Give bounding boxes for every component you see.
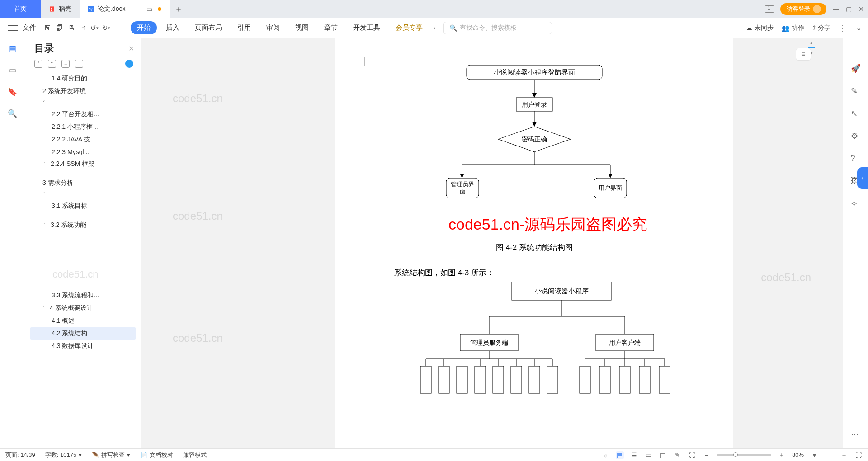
outline-item[interactable]: 1.4 研究目的	[30, 72, 136, 85]
qat-save-icon[interactable]: 🖫	[42, 23, 52, 33]
menu-tab-dev[interactable]: 开发工具	[347, 21, 387, 34]
outline-item[interactable]: 4.3 数据库设计	[30, 340, 136, 353]
zoom-out-icon[interactable]: −	[703, 451, 711, 459]
view-web-icon[interactable]: ◫	[659, 451, 667, 459]
menu-more-icon[interactable]: ›	[434, 24, 435, 31]
cursor-icon[interactable]: ↖	[851, 108, 861, 118]
view-read-icon[interactable]: ▭	[645, 451, 653, 459]
brightness-icon[interactable]: ☼	[601, 451, 609, 459]
outline-item[interactable]: 3.3 系统流程和...	[30, 289, 136, 302]
outline-item[interactable]: 3.1 系统目标	[30, 200, 136, 212]
menu-tab-start[interactable]: 开始	[131, 21, 157, 34]
menu-tab-insert[interactable]: 插入	[160, 21, 186, 34]
collapse-all-icon[interactable]: ˅	[34, 60, 42, 68]
svg-rect-56	[529, 366, 540, 393]
tab-document[interactable]: W 论文.docx ▭	[80, 0, 170, 18]
bookmark-icon[interactable]: 🔖	[8, 87, 18, 97]
daoqiao-icon	[49, 6, 55, 12]
spell-check[interactable]: 🪶 拼写检查 ▾	[92, 451, 130, 459]
side-flyout-handle[interactable]: ‹	[857, 167, 868, 189]
view-page-icon[interactable]: ▤	[616, 451, 624, 459]
outline-item[interactable]: 3 需求分析	[30, 177, 136, 189]
zoom-fit-icon[interactable]: ⛶	[688, 451, 696, 459]
remove-node-icon[interactable]: −	[75, 60, 83, 68]
command-search[interactable]: 🔍 查找命令、搜索模板	[443, 22, 552, 34]
tab-home[interactable]: 首页	[0, 0, 41, 18]
collapse-ribbon-icon[interactable]: ⌄	[856, 24, 862, 32]
add-pane-icon[interactable]: ＋	[840, 451, 848, 459]
tab-daoqiao[interactable]: 稻壳	[41, 0, 80, 18]
compat-mode[interactable]: 兼容模式	[183, 451, 207, 459]
outline-item[interactable]: 2.2.2 JAVA 技...	[30, 133, 136, 146]
svg-marker-17	[608, 174, 613, 178]
maximize-icon[interactable]: ▢	[845, 6, 852, 12]
help-icon[interactable]: ?	[851, 154, 861, 164]
expand-all-icon[interactable]: ˄	[48, 60, 56, 68]
window-count-icon[interactable]	[765, 5, 774, 13]
more-tools-icon[interactable]: ⋯	[851, 429, 861, 439]
menu-tab-vip[interactable]: 会员专享	[389, 21, 429, 34]
qat-undo-icon[interactable]: ↺▾	[90, 23, 99, 33]
outline-item[interactable]: ˅	[30, 189, 136, 200]
minimize-icon[interactable]: —	[833, 6, 839, 12]
sidebar-refresh-icon[interactable]	[125, 60, 133, 68]
outline-item[interactable]: 2 系统开发环境	[30, 85, 136, 98]
outline-item[interactable]: ˅2.2.4 SSM 框架	[30, 158, 136, 170]
add-node-icon[interactable]: ＋	[61, 60, 70, 68]
page-indicator[interactable]: 页面: 14/39	[5, 451, 35, 459]
menu-tab-layout[interactable]: 页面布局	[189, 21, 228, 34]
svg-rect-60	[619, 366, 630, 393]
zoom-value[interactable]: 80%	[792, 452, 804, 458]
share-button[interactable]: ⤴分享	[812, 24, 830, 32]
menu-tab-ref[interactable]: 引用	[231, 21, 257, 34]
qat-saveas-icon[interactable]: 🗐	[54, 23, 64, 33]
sidebar-tools: ˅ ˄ ＋ −	[25, 58, 141, 71]
svg-text:面: 面	[460, 188, 466, 195]
more-icon[interactable]: ⋮	[839, 23, 848, 33]
outline-item[interactable]: 4.2 系统结构	[30, 327, 136, 340]
outline-panel-icon[interactable]: ▤	[8, 43, 18, 53]
qat-preview-icon[interactable]: 🗎	[78, 23, 88, 33]
outline-item[interactable]: 2.2 平台开发相...	[30, 108, 136, 121]
sync-status[interactable]: ☁未同步	[746, 24, 774, 32]
floating-panel-toggle[interactable]: ≡	[796, 48, 811, 61]
outline-list[interactable]: 1.4 研究目的2 系统开发环境˅2.2 平台开发相...2.2.1 小程序框 …	[25, 71, 141, 448]
outline-item[interactable]: ˅4 系统概要设计	[30, 302, 136, 315]
menu-tab-chapter[interactable]: 章节	[318, 21, 344, 34]
menu-tab-view[interactable]: 视图	[289, 21, 315, 34]
word-count[interactable]: 字数: 10175 ▾	[45, 451, 82, 459]
outline-item[interactable]: 2.2.3 Mysql ...	[30, 146, 136, 158]
watermark: code51.cn	[30, 268, 136, 280]
status-bar: 页面: 14/39 字数: 10175 ▾ 🪶 拼写检查 ▾ 📄 文档校对 兼容…	[0, 448, 868, 461]
qat-redo-icon[interactable]: ↻▾	[101, 23, 111, 33]
outline-item[interactable]: 4.1 概述	[30, 315, 136, 327]
close-icon[interactable]: ✕	[858, 6, 864, 12]
zoom-slider[interactable]	[717, 454, 771, 456]
new-tab-button[interactable]: ＋	[170, 0, 188, 18]
presentation-icon[interactable]: ▭	[8, 65, 18, 75]
menu-tab-review[interactable]: 审阅	[260, 21, 286, 34]
pen-icon[interactable]: ✎	[851, 86, 861, 96]
settings-icon[interactable]: ⚙	[851, 131, 861, 141]
sidebar-close-icon[interactable]: ✕	[128, 44, 134, 53]
search-panel-icon[interactable]: 🔍	[8, 108, 18, 118]
doc-proof[interactable]: 📄 文档校对	[140, 451, 173, 459]
document-canvas[interactable]: code51.cn code51.cn code51.cn code51.cn …	[141, 38, 843, 448]
outline-item[interactable]: 2.2.1 小程序框 ...	[30, 121, 136, 133]
outline-item[interactable]: ˅3.2 系统功能	[30, 219, 136, 231]
zoom-in-icon[interactable]: ＋	[778, 451, 786, 459]
outline-item[interactable]: ˅	[30, 98, 136, 108]
hamburger-icon[interactable]	[8, 25, 18, 31]
fullscreen-icon[interactable]: ⛶	[854, 451, 863, 459]
view-tools-icon[interactable]: ✎	[674, 451, 682, 459]
tab-window-icon[interactable]: ▭	[146, 6, 152, 12]
qat-print-icon[interactable]: 🖶	[66, 23, 76, 33]
file-menu[interactable]: 文件	[23, 24, 36, 32]
word-icon: W	[88, 6, 94, 12]
view-outline-icon[interactable]: ☰	[630, 451, 638, 459]
guest-login-button[interactable]: 访客登录	[780, 3, 826, 15]
rocket-icon[interactable]: 🚀	[851, 63, 861, 73]
zoom-menu-icon[interactable]: ▾	[810, 451, 818, 459]
collab-button[interactable]: 👥协作	[782, 24, 804, 32]
sparkle-icon[interactable]: ✧	[851, 199, 861, 209]
